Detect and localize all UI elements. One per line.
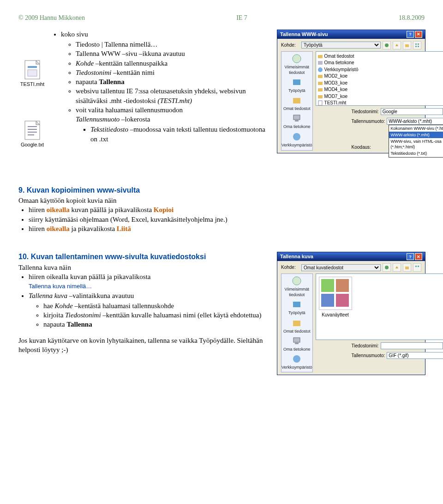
back-icon[interactable] xyxy=(383,263,391,272)
list-item[interactable]: Oma tietokone xyxy=(317,60,443,66)
places-bar2: Viimeisimmät tiedostot Työpöytä Omat tie… xyxy=(281,273,313,372)
back-icon[interactable] xyxy=(383,41,391,49)
svg-rect-18 xyxy=(293,98,300,103)
help-button[interactable]: ? xyxy=(407,253,414,260)
dialog-tallenna-kuva: Tallenna kuva ? ✕ Kohde: Omat kuvatiedos… xyxy=(277,252,425,375)
tiedostonimi-label2: Tiedostonimi: xyxy=(352,343,379,349)
list-item[interactable]: Omat tiedostot xyxy=(317,53,443,60)
svg-rect-14 xyxy=(415,46,417,47)
dropdown-option[interactable]: WWW-sivu, vain HTML-osa (*.htm;*.html) xyxy=(389,138,443,150)
section10-title: 10. Kuvan tallentaminen www-sivulta kuva… xyxy=(18,252,271,262)
li-voit-valita: voit valita haluamasi tallennusmuodon Ta… xyxy=(76,105,272,144)
svg-rect-36 xyxy=(293,321,300,326)
tiedostonimi-input[interactable] xyxy=(381,108,443,115)
sec10-o3: napauta Tallenna xyxy=(43,320,271,329)
svg-point-24 xyxy=(318,67,323,72)
side-mydocs[interactable]: Omat tiedostot xyxy=(283,318,311,334)
svg-rect-32 xyxy=(415,266,417,267)
newfolder-icon[interactable] xyxy=(403,41,411,49)
tallennusmuoto-select[interactable] xyxy=(387,118,443,125)
svg-point-10 xyxy=(385,43,389,47)
list-item[interactable]: MOD2_koe xyxy=(317,73,443,79)
svg-rect-13 xyxy=(418,43,419,45)
svg-point-34 xyxy=(293,277,301,285)
li-tallenna-www: Tallenna WWW –sivu –ikkuna avautuu xyxy=(76,49,272,58)
svg-rect-43 xyxy=(336,294,349,307)
koodaus-label: Koodaus: xyxy=(352,144,388,151)
kohde-select[interactable]: Työpöytä xyxy=(301,42,381,49)
kohde-label: Kohde: xyxy=(281,42,299,49)
side-desktop[interactable]: Työpöytä xyxy=(288,299,305,316)
side-network[interactable]: Verkkoympäristö xyxy=(281,132,312,148)
li-napauta-tallenna: napauta Tallenna xyxy=(76,77,272,86)
side-mycomputer[interactable]: Oma tietokone xyxy=(283,113,311,129)
svg-rect-41 xyxy=(336,279,349,292)
svg-point-16 xyxy=(293,55,301,63)
svg-point-21 xyxy=(293,133,300,140)
side-recent[interactable]: Viimeisimmät tiedostot xyxy=(281,276,312,298)
side-recent[interactable]: Viimeisimmät tiedostot xyxy=(281,54,312,75)
svg-rect-3 xyxy=(28,70,37,76)
newfolder-icon[interactable] xyxy=(403,263,411,272)
side-desktop[interactable]: Työpöytä xyxy=(288,77,305,93)
sec10-o1: hae Kohde –kentästä haluamasi tallennusk… xyxy=(43,301,271,310)
close-button[interactable]: ✕ xyxy=(415,253,422,260)
svg-rect-20 xyxy=(295,120,299,121)
sec9-b2: siirry käyttämääsi ohjelmaan (Word, Exce… xyxy=(29,215,425,224)
svg-rect-29 xyxy=(318,101,322,105)
file-icon-mht: TESTI.mht xyxy=(18,60,46,88)
svg-rect-11 xyxy=(405,44,409,47)
sec10-b2: Tallenna kuva –valintaikkuna avautuu hae… xyxy=(29,291,271,329)
li-websivu-tallentuu: websivu tallentuu IE 7:ssa oletusasetuks… xyxy=(76,86,272,105)
side-mydocs[interactable]: Omat tiedostot xyxy=(283,95,311,111)
tallennusmuoto-label: Tallennusmuoto: xyxy=(352,118,385,125)
li-tiedostonimi: Tiedostonimi –kenttään nimi xyxy=(76,68,272,77)
header-date: 18.8.2009 xyxy=(399,14,425,23)
list-item[interactable]: Verkkoympäristö xyxy=(317,67,443,73)
thumb-label: Kuvanäytteet xyxy=(319,312,352,318)
svg-rect-31 xyxy=(405,267,409,269)
tiedostonimi-label: Tiedostonimi: xyxy=(352,109,379,115)
li-tiedosto-tallenna: Tiedosto | Tallenna nimellä… xyxy=(76,40,272,49)
svg-rect-2 xyxy=(28,66,37,68)
svg-rect-26 xyxy=(318,82,323,85)
view-icon[interactable] xyxy=(413,263,421,272)
dropdown-option-selected[interactable]: WWW-arkisto (*.mht) xyxy=(389,132,443,138)
tallennusmuoto-label2: Tallennusmuoto: xyxy=(352,352,385,359)
svg-rect-37 xyxy=(293,338,300,342)
list-item[interactable]: MOD3_koe xyxy=(317,80,443,86)
up-icon[interactable] xyxy=(393,41,401,49)
li-koko-sivu: koko sivu Tiedosto | Tallenna nimellä… T… xyxy=(61,30,272,144)
kohde-select2[interactable]: Omat kuvatiedostot xyxy=(301,264,381,271)
tiedostonimi-input2[interactable] xyxy=(381,342,443,349)
view-icon[interactable] xyxy=(413,41,421,49)
tallennusmuoto-select2[interactable] xyxy=(387,352,443,359)
side-mycomputer[interactable]: Oma tietokone xyxy=(283,336,311,352)
help-button[interactable]: ? xyxy=(407,31,414,38)
svg-rect-12 xyxy=(415,43,417,45)
sec10-tail: Jos kuvan käyttötarve on kovin lyhytaika… xyxy=(18,336,271,355)
list-item[interactable]: TESTI.mht xyxy=(317,100,443,106)
side-network[interactable]: Verkkoympäristö xyxy=(281,354,312,370)
list-item[interactable]: MOD7_koe xyxy=(317,93,443,100)
dialog2-title: Tallenna kuva xyxy=(280,253,313,260)
header-copyright: © 2009 Hannu Mikkonen xyxy=(18,14,85,23)
dropdown-option[interactable]: Kokonainen WWW-sivu (*.htm;*.html) xyxy=(389,125,443,132)
sec10-o2: kirjoita Tiedostonimi –kenttään kuvalle … xyxy=(43,310,271,320)
svg-rect-27 xyxy=(318,88,323,91)
file-label-mht: TESTI.mht xyxy=(20,81,45,88)
svg-rect-23 xyxy=(318,61,323,65)
mht-doc-icon xyxy=(23,60,42,80)
tallennusmuoto-dropdown[interactable]: Kokonainen WWW-sivu (*.htm;*.html) WWW-a… xyxy=(389,125,443,158)
section10-sub: Tallenna kuva näin xyxy=(18,263,271,272)
section9-sub: Omaan käyttöön kopioit kuvia näin xyxy=(18,196,425,205)
up-icon[interactable] xyxy=(393,263,401,272)
svg-rect-15 xyxy=(418,46,419,47)
dropdown-option[interactable]: Tekstitiedosto (*.txt) xyxy=(389,150,443,157)
list-item[interactable]: MOD4_koe xyxy=(317,86,443,93)
thumbnail-area[interactable]: Kuvanäytteet xyxy=(316,273,443,340)
thumb-icon[interactable] xyxy=(319,277,352,310)
file-list[interactable]: Omat tiedostot Oma tietokone Verkkoympär… xyxy=(316,51,443,106)
close-button[interactable]: ✕ xyxy=(415,31,422,38)
header-center: IE 7 xyxy=(236,14,247,23)
